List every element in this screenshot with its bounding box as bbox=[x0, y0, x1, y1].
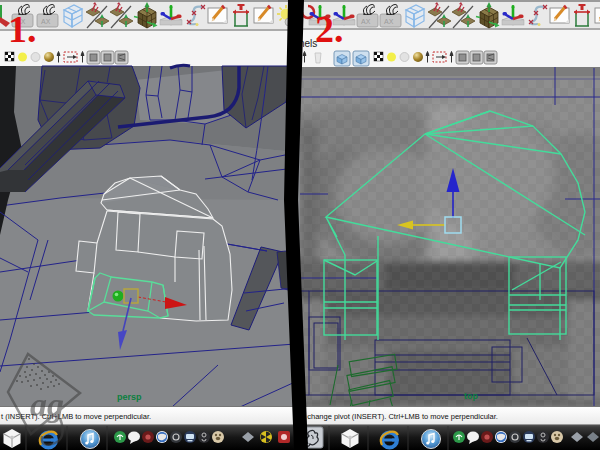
svg-text:2.: 2. bbox=[315, 8, 344, 50]
svg-text:top: top bbox=[464, 391, 478, 401]
svg-text:ag: ag bbox=[30, 386, 64, 423]
svg-text:persp: persp bbox=[117, 392, 142, 402]
svg-text:1.: 1. bbox=[8, 8, 37, 50]
svg-text:o change pivot (INSERT). Ctrl: o change pivot (INSERT). Ctrl+LMB to mov… bbox=[301, 412, 498, 421]
